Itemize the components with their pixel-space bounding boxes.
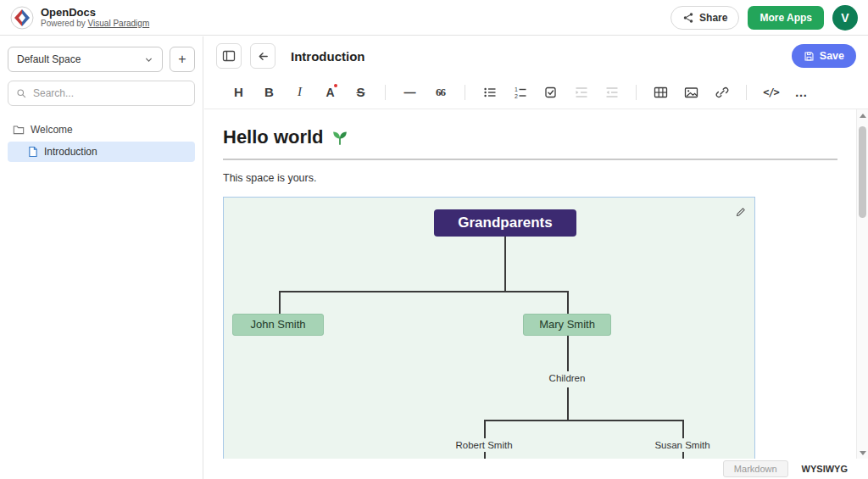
italic-button[interactable]: I — [287, 80, 312, 104]
add-space-button[interactable]: + — [170, 47, 195, 72]
ellipsis-glyph: … — [795, 85, 809, 99]
heading-divider — [223, 159, 837, 160]
tree-node-root[interactable]: Grandparents — [434, 209, 576, 237]
strikethrough-glyph: S — [356, 85, 364, 99]
page-title: Introduction — [291, 49, 364, 64]
outdent-icon — [605, 86, 619, 99]
sidebar-layout-icon — [222, 50, 236, 62]
wysiwyg-mode-button[interactable]: WYSIWYG — [793, 460, 856, 477]
search-box — [8, 81, 195, 106]
more-apps-button[interactable]: More Apps — [748, 6, 824, 30]
bullet-list-button[interactable] — [477, 80, 502, 104]
triangle-up-icon — [860, 114, 866, 118]
page-tree: Welcome Introduction — [8, 120, 195, 162]
task-list-button[interactable] — [538, 80, 563, 104]
image-button[interactable] — [679, 80, 704, 104]
opendocs-logo-icon — [10, 6, 34, 30]
table-icon — [654, 86, 668, 99]
search-input[interactable] — [33, 87, 186, 99]
heading-button[interactable]: H — [226, 80, 251, 104]
save-floppy-icon — [804, 51, 815, 62]
triangle-down-icon — [860, 451, 866, 455]
table-button[interactable] — [648, 80, 673, 104]
tree-item-label: Welcome — [31, 124, 73, 136]
font-color-glyph: A — [326, 86, 334, 99]
family-tree-diagram[interactable]: Grandparents John Smith Mary Smith Child… — [223, 197, 755, 479]
share-icon — [682, 12, 694, 24]
connector-line — [279, 291, 281, 314]
space-row: Default Space + — [8, 47, 195, 72]
toggle-sidebar-button[interactable] — [216, 43, 242, 69]
italic-glyph: I — [298, 85, 302, 99]
link-button[interactable] — [709, 80, 734, 104]
scrollbar-thumb[interactable] — [859, 126, 866, 218]
save-label: Save — [820, 50, 844, 62]
save-button[interactable]: Save — [792, 44, 856, 68]
tree-item-welcome[interactable]: Welcome — [8, 120, 195, 140]
svg-text:1: 1 — [515, 86, 518, 92]
editor-mode-footer: Markdown WYSIWYG — [204, 459, 868, 479]
tree-node-john[interactable]: John Smith — [232, 314, 324, 336]
user-avatar[interactable]: V — [832, 5, 858, 31]
visual-paradigm-link[interactable]: Visual Paradigm — [88, 19, 150, 28]
main-area: Introduction Save H B I A S — 66 — [204, 36, 868, 479]
edit-diagram-button[interactable] — [732, 203, 748, 220]
app-title: OpenDocs — [41, 7, 149, 19]
toolbar-separator — [746, 85, 747, 100]
formatting-toolbar: H B I A S — 66 12 — [204, 75, 868, 109]
strikethrough-button[interactable]: S — [348, 80, 373, 104]
toolbar-separator — [465, 85, 465, 100]
blockquote-button[interactable]: 66 — [428, 80, 453, 104]
toolbar-separator — [636, 85, 637, 100]
tree-node-robert[interactable]: Robert Smith — [446, 440, 522, 450]
more-options-button[interactable]: … — [789, 80, 814, 104]
indent-button[interactable] — [569, 80, 593, 104]
share-button[interactable]: Share — [670, 6, 739, 30]
app-window: OpenDocs Powered by Visual Paradigm — [0, 0, 868, 479]
hr-glyph: — — [404, 86, 416, 99]
outdent-button[interactable] — [599, 80, 624, 104]
vertical-scrollbar[interactable] — [856, 109, 868, 459]
scroll-down-button[interactable] — [857, 447, 868, 459]
indent-icon — [575, 86, 588, 99]
horizontal-rule-button[interactable]: — — [398, 80, 422, 104]
connector-line — [567, 387, 569, 420]
bullet-list-icon — [483, 86, 497, 99]
document-titlebar: Introduction Save — [204, 36, 868, 75]
brand-text: OpenDocs Powered by Visual Paradigm — [41, 7, 149, 29]
header-actions: Share More Apps V — [670, 5, 858, 31]
document-body: Hello world This space is yours. Grandpa… — [204, 109, 856, 479]
connector-line — [279, 291, 568, 292]
arrow-left-icon — [257, 50, 270, 63]
connector-line — [484, 420, 683, 421]
svg-text:2: 2 — [515, 92, 518, 98]
document-icon — [28, 146, 38, 158]
connector-line — [682, 420, 684, 438]
space-selector-value: Default Space — [17, 53, 81, 65]
font-color-button[interactable]: A — [318, 80, 342, 104]
scroll-up-button[interactable] — [857, 109, 868, 121]
seedling-icon — [331, 128, 349, 147]
connector-line — [504, 237, 506, 291]
tree-node-susan[interactable]: Susan Smith — [644, 440, 721, 450]
heading-text: Hello world — [223, 125, 324, 150]
link-icon — [715, 86, 729, 99]
tree-item-introduction[interactable]: Introduction — [8, 142, 195, 162]
bold-button[interactable]: B — [257, 80, 281, 104]
toolbar-separator — [385, 85, 386, 100]
brand: OpenDocs Powered by Visual Paradigm — [10, 6, 149, 30]
folder-icon — [13, 125, 25, 135]
code-glyph: </> — [763, 86, 779, 98]
numbered-list-button[interactable]: 12 — [508, 80, 532, 104]
back-button[interactable] — [250, 43, 275, 69]
document-heading: Hello world — [223, 125, 837, 150]
space-selector[interactable]: Default Space — [8, 47, 163, 72]
markdown-mode-button[interactable]: Markdown — [723, 460, 788, 477]
search-icon — [16, 88, 27, 99]
code-block-button[interactable]: </> — [759, 80, 783, 104]
top-header: OpenDocs Powered by Visual Paradigm — [0, 0, 868, 36]
editor-viewport[interactable]: Hello world This space is yours. Grandpa… — [204, 109, 856, 479]
tree-node-mary[interactable]: Mary Smith — [523, 314, 611, 336]
connector-line — [567, 336, 569, 371]
color-dot — [334, 84, 337, 87]
